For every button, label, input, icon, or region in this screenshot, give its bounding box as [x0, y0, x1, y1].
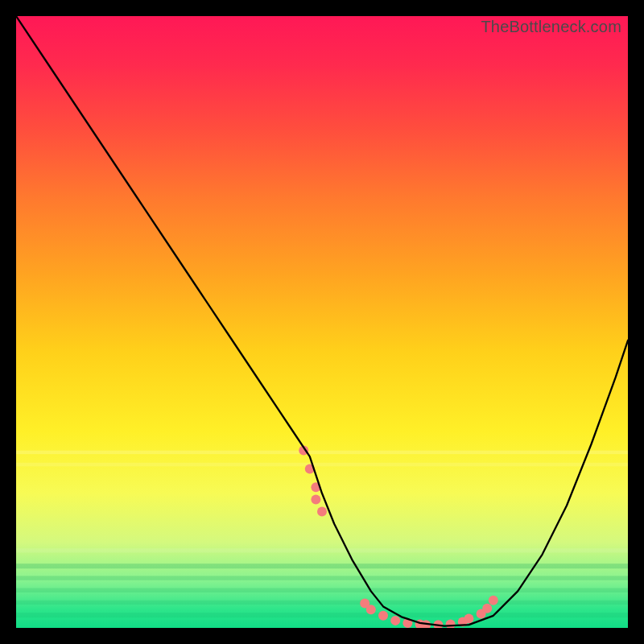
- svg-rect-2: [16, 463, 628, 467]
- watermark-text: TheBottleneck.com: [481, 18, 621, 36]
- svg-rect-1: [16, 451, 628, 455]
- scatter-point: [390, 616, 400, 625]
- svg-rect-7: [16, 601, 628, 605]
- chart-frame: TheBottleneck.com: [16, 16, 628, 628]
- scatter-point: [464, 614, 473, 624]
- scatter-point: [317, 507, 327, 517]
- scatter-point: [366, 605, 376, 614]
- svg-rect-5: [16, 576, 628, 580]
- scatter-point: [378, 611, 388, 621]
- scatter-point: [489, 596, 498, 605]
- svg-rect-6: [16, 588, 628, 592]
- scatter-point: [482, 604, 492, 613]
- svg-rect-3: [16, 548, 628, 552]
- scatter-point: [311, 494, 320, 504]
- bottleneck-chart: [16, 16, 628, 628]
- gradient-background: [16, 16, 628, 628]
- svg-rect-8: [16, 613, 628, 617]
